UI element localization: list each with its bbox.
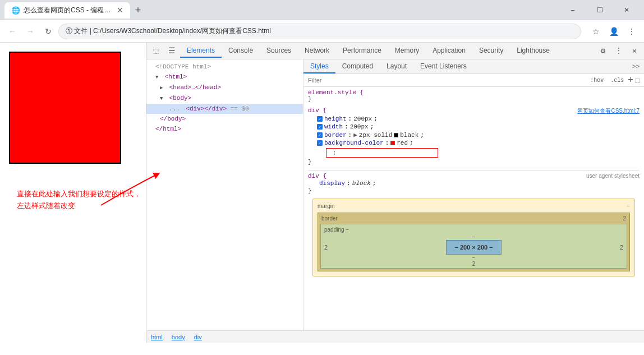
html-triangle[interactable]	[155, 72, 161, 82]
back-button[interactable]: ←	[4, 24, 20, 39]
subtab-layout[interactable]: Layout	[380, 60, 413, 73]
elements-panel: <!DOCTYPE html> <html> <head>…</head> <b…	[146, 59, 303, 330]
padding-left-val: 2	[322, 234, 330, 261]
padding-wrap: padding − 2 − −	[320, 224, 627, 269]
div-rule-close: }	[308, 159, 640, 165]
forward-button[interactable]: →	[22, 24, 38, 39]
style-edit-area	[308, 147, 640, 159]
filter-add-button[interactable]: +	[628, 75, 633, 85]
border-color-swatch[interactable]	[394, 133, 398, 137]
main-area: 直接在此处输入我们想要设定的样式， 左边样式随着改变 ⬚ ☰ Elements …	[0, 43, 644, 343]
element-style-selector[interactable]: element.style {	[308, 89, 640, 96]
border-wrap: border 2 padding − 2	[318, 213, 630, 271]
red-box	[9, 52, 121, 164]
subtab-event-listeners[interactable]: Event Listeners	[413, 60, 473, 73]
style-bgcolor-checkbox[interactable]	[317, 140, 323, 146]
window-controls: – ☐ ✕	[560, 1, 640, 19]
styles-more-tabs[interactable]: >>	[628, 63, 644, 70]
tab-close-button[interactable]: ✕	[117, 6, 123, 15]
html-body-tag[interactable]: <body>	[146, 93, 303, 104]
inspect-element-button[interactable]: ⬚	[149, 44, 163, 58]
style-origin[interactable]: 网页如何查看CSS.html:7	[577, 107, 640, 115]
border-label: border	[321, 215, 338, 222]
style-height-checkbox[interactable]	[317, 116, 323, 122]
device-toggle-button[interactable]: ☰	[164, 44, 179, 58]
padding-right-val: 2	[618, 234, 625, 261]
style-origin-link[interactable]: 网页如何查看CSS.html:7	[577, 108, 640, 114]
head-triangle[interactable]	[160, 83, 165, 93]
style-width-checkbox[interactable]	[317, 124, 323, 130]
ua-rule-origin: user agent stylesheet	[586, 173, 640, 179]
active-tab[interactable]: 🌐 怎么查看网页的CSS - 编程师(w3... ✕	[4, 2, 130, 19]
tab-memory[interactable]: Memory	[388, 44, 426, 58]
tab-security[interactable]: Security	[472, 44, 510, 58]
breadcrumb-html[interactable]: html	[151, 334, 163, 340]
center-left-val: −	[454, 244, 458, 251]
minimize-button[interactable]: –	[560, 1, 586, 19]
margin-label: margin	[318, 203, 335, 209]
center-right-val: −	[489, 244, 493, 251]
tab-favicon: 🌐	[11, 6, 20, 15]
html-doctype: <!DOCTYPE html>	[146, 62, 303, 72]
tab-network[interactable]: Network	[298, 44, 336, 58]
devtools-statusbar: html body div	[146, 330, 644, 343]
html-div-selected[interactable]: ... <div></div> == $0	[146, 104, 303, 114]
new-tab-button[interactable]: +	[130, 2, 146, 18]
ellipsis-button[interactable]: ...	[169, 105, 180, 112]
style-border-checkbox[interactable]	[317, 132, 323, 138]
devtools-close-button[interactable]: ✕	[627, 44, 642, 58]
style-width-line: width : 200px ;	[308, 123, 640, 131]
devtools-body: <!DOCTYPE html> <html> <head>…</head> <b…	[146, 59, 644, 330]
bgcolor-swatch[interactable]	[390, 141, 395, 145]
styles-filter-input[interactable]	[308, 77, 585, 84]
html-html-tag[interactable]: <html>	[146, 72, 303, 82]
filter-cls-button[interactable]: .cls	[608, 76, 627, 85]
breadcrumb-body[interactable]: body	[172, 334, 185, 340]
html-head-tag[interactable]: <head>…</head>	[146, 82, 303, 93]
devtools-more-button[interactable]: ⋮	[611, 44, 626, 58]
page-content: 直接在此处输入我们想要设定的样式， 左边样式随着改变	[0, 43, 146, 343]
subtab-computed[interactable]: Computed	[335, 60, 380, 73]
padding-bottom-val: −	[472, 255, 476, 261]
address-input[interactable]: ① 文件 | C:/Users/W3Cschool/Desktop/index/…	[58, 24, 581, 39]
element-style-rule: element.style { }	[308, 89, 640, 103]
profile-button[interactable]: 👤	[606, 24, 622, 39]
devtools-right-icons: ⚙ ⋮ ✕	[596, 44, 642, 58]
padding-top-val: −	[472, 234, 476, 240]
devtools-tabs: Elements Console Sources Network Perform…	[180, 44, 595, 58]
refresh-button[interactable]: ↻	[40, 24, 56, 39]
padding-label: padding −	[324, 227, 349, 233]
filter-hov-button[interactable]: :hov	[587, 76, 606, 85]
padding-label-row: padding −	[322, 225, 625, 234]
breadcrumb-div[interactable]: div	[194, 334, 202, 340]
margin-minus[interactable]: −	[627, 202, 630, 209]
body-triangle[interactable]	[160, 94, 165, 103]
close-button[interactable]: ✕	[614, 1, 640, 19]
element-style-close: }	[308, 96, 640, 103]
address-bar: ← → ↻ ① 文件 | C:/Users/W3Cschool/Desktop/…	[0, 20, 644, 43]
tab-bar: 🌐 怎么查看网页的CSS - 编程师(w3... ✕ +	[4, 2, 558, 19]
styles-filter-bar: :hov .cls + ⬚	[303, 74, 644, 87]
html-html-close: </html>	[146, 124, 303, 134]
tab-lighthouse[interactable]: Lighthouse	[510, 44, 556, 58]
tab-performance[interactable]: Performance	[336, 44, 388, 58]
filter-icon-button[interactable]: ⬚	[636, 76, 640, 85]
style-height-line: height : 200px ;	[308, 115, 640, 123]
tab-elements[interactable]: Elements	[180, 44, 222, 58]
tab-console[interactable]: Console	[222, 44, 260, 58]
tab-application[interactable]: Application	[426, 44, 472, 58]
subtab-styles[interactable]: Styles	[303, 60, 335, 73]
styles-panel: Styles Computed Layout Event Listeners >…	[303, 59, 644, 330]
style-border-line: border : ▶ 2px solid black ;	[308, 131, 640, 139]
styles-subtabs: Styles Computed Layout Event Listeners >…	[303, 59, 644, 74]
devtools-toolbar: ⬚ ☰ Elements Console Sources Network Per…	[146, 43, 644, 59]
menu-button[interactable]: ⋮	[624, 24, 640, 39]
border-label-row: border 2	[319, 214, 628, 223]
devtools-settings-button[interactable]: ⚙	[596, 44, 610, 58]
style-edit-input[interactable]	[326, 148, 438, 158]
bookmark-button[interactable]: ☆	[588, 24, 604, 39]
user-agent-rule: div { user agent stylesheet display : bl…	[308, 170, 640, 194]
box-model-section: margin − border 2	[312, 199, 635, 276]
maximize-button[interactable]: ☐	[587, 1, 613, 19]
tab-sources[interactable]: Sources	[260, 44, 298, 58]
